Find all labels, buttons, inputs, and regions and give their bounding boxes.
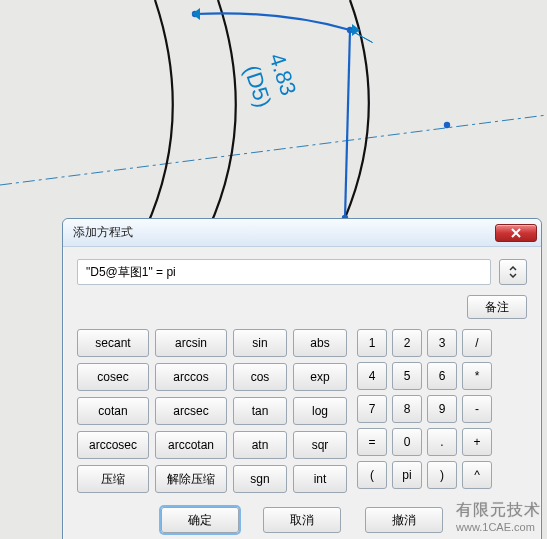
key-pi[interactable]: pi [392,461,422,489]
key-divide[interactable]: / [462,329,492,357]
key-7[interactable]: 7 [357,395,387,423]
fn-atn[interactable]: atn [233,431,287,459]
fn-cosec[interactable]: cosec [77,363,149,391]
key-0[interactable]: 0 [392,428,422,456]
fn-tan[interactable]: tan [233,397,287,425]
key-equals[interactable]: = [357,428,387,456]
svg-marker-7 [192,8,200,20]
collapse-button[interactable] [499,259,527,285]
close-button[interactable] [495,224,537,242]
note-button[interactable]: 备注 [467,295,527,319]
fn-uncompress[interactable]: 解除压缩 [155,465,227,493]
fn-sgn[interactable]: sgn [233,465,287,493]
fn-cotan[interactable]: cotan [77,397,149,425]
fn-abs[interactable]: abs [293,329,347,357]
dialog-title: 添加方程式 [73,224,495,241]
key-minus[interactable]: - [462,395,492,423]
key-6[interactable]: 6 [427,362,457,390]
fn-cos[interactable]: cos [233,363,287,391]
chevron-up-down-icon [507,266,519,278]
dialog-titlebar[interactable]: 添加方程式 [63,219,541,247]
fn-arccos[interactable]: arccos [155,363,227,391]
key-1[interactable]: 1 [357,329,387,357]
key-5[interactable]: 5 [392,362,422,390]
close-icon [510,228,522,238]
cancel-button[interactable]: 取消 [263,507,341,533]
key-3[interactable]: 3 [427,329,457,357]
fn-arccosec[interactable]: arccosec [77,431,149,459]
key-plus[interactable]: + [462,428,492,456]
equation-input[interactable] [77,259,491,285]
watermark-url: www.1CAE.com [456,521,541,533]
fn-arcsec[interactable]: arcsec [155,397,227,425]
key-rparen[interactable]: ) [427,461,457,489]
key-9[interactable]: 9 [427,395,457,423]
fn-arccotan[interactable]: arccotan [155,431,227,459]
key-caret[interactable]: ^ [462,461,492,489]
numeric-keypad: 1 2 3 / 4 5 6 * 7 8 9 - = 0 . + ( pi ) ^ [357,329,492,493]
svg-line-0 [0,115,547,185]
fn-sqr[interactable]: sqr [293,431,347,459]
ok-button[interactable]: 确定 [161,507,239,533]
key-dot[interactable]: . [427,428,457,456]
key-lparen[interactable]: ( [357,461,387,489]
fn-log[interactable]: log [293,397,347,425]
key-8[interactable]: 8 [392,395,422,423]
svg-point-5 [444,122,450,128]
watermark: 有限元技术 www.1CAE.com [456,500,541,533]
watermark-title: 有限元技术 [456,500,541,521]
key-multiply[interactable]: * [462,362,492,390]
key-2[interactable]: 2 [392,329,422,357]
add-equation-dialog: 添加方程式 备注 secant arcsin sin abs cosec ar [62,218,542,539]
fn-arcsin[interactable]: arcsin [155,329,227,357]
undo-button[interactable]: 撤消 [365,507,443,533]
function-grid: secant arcsin sin abs cosec arccos cos e… [77,329,347,493]
fn-int[interactable]: int [293,465,347,493]
svg-line-1 [345,30,350,218]
fn-secant[interactable]: secant [77,329,149,357]
fn-sin[interactable]: sin [233,329,287,357]
fn-exp[interactable]: exp [293,363,347,391]
key-4[interactable]: 4 [357,362,387,390]
fn-compress[interactable]: 压缩 [77,465,149,493]
